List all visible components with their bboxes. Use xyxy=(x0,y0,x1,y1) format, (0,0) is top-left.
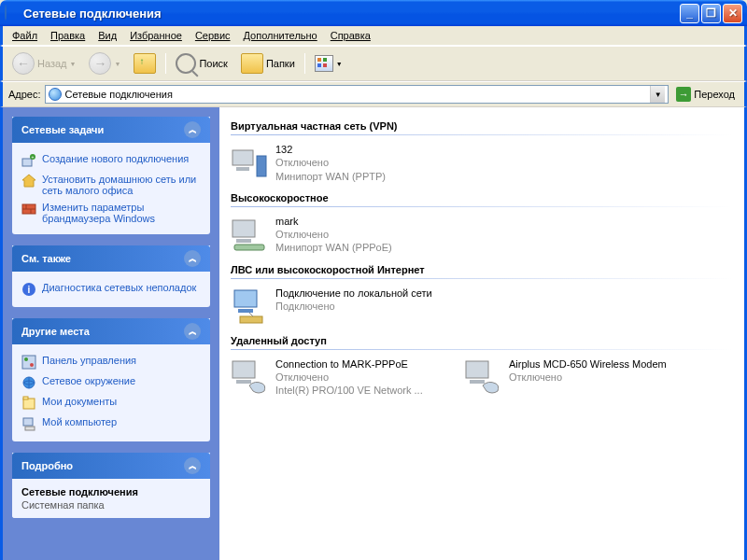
chevron-down-icon: ▼ xyxy=(336,61,343,67)
menu-file[interactable]: Файл xyxy=(7,28,43,43)
new-connection-icon: + xyxy=(21,153,36,168)
views-button[interactable]: ▼ xyxy=(311,53,346,74)
panel-see-also: См. также ︽ i Диагностика сетевых непола… xyxy=(12,245,210,307)
place-my-documents[interactable]: Мои документы xyxy=(21,393,201,413)
details-name: Сетевые подключения xyxy=(21,486,201,497)
svg-rect-21 xyxy=(233,220,255,237)
panel-header-network-tasks[interactable]: Сетевые задачи ︽ xyxy=(12,117,210,143)
address-input[interactable]: Сетевые подключения ▼ xyxy=(45,85,669,104)
folder-icon xyxy=(241,53,263,74)
close-button[interactable]: ✕ xyxy=(723,4,742,23)
task-firewall-settings[interactable]: Изменить параметры брандмаузера Windows xyxy=(21,199,201,227)
connection-text: Connection to MARK-PPPoEОтключеноIntel(R… xyxy=(275,357,423,398)
maximize-button[interactable]: ❐ xyxy=(701,4,721,23)
connection-name: Connection to MARK-PPPoE xyxy=(275,357,423,371)
place-my-computer[interactable]: Мой компьютер xyxy=(21,413,201,434)
menu-help[interactable]: Справка xyxy=(325,28,376,43)
connection-name: Airplus MCD-650 Wireless Modem xyxy=(509,357,667,371)
folders-button[interactable]: Папки xyxy=(237,51,299,76)
chevron-up-icon: ︽ xyxy=(184,121,201,138)
chevron-up-icon: ︽ xyxy=(184,457,201,474)
back-button[interactable]: ← Назад ▼ xyxy=(8,50,79,77)
menu-edit[interactable]: Правка xyxy=(45,28,91,43)
addressbar: Адрес: Сетевые подключения ▼ → Переход xyxy=(0,81,747,107)
window-title: Сетевые подключения xyxy=(23,7,680,21)
separator xyxy=(165,53,166,74)
task-label: Диагностика сетевых неполадок xyxy=(42,282,196,293)
chevron-down-icon: ▼ xyxy=(114,61,120,67)
address-dropdown-button[interactable]: ▼ xyxy=(650,86,665,103)
connection-text: Подключение по локальной сетиПодключено xyxy=(275,287,432,326)
svg-point-12 xyxy=(30,363,34,367)
connection-text: markОтключеноМинипорт WAN (PPPoE) xyxy=(275,215,392,255)
content-area: Сетевые задачи ︽ + Создание нового подкл… xyxy=(0,107,747,560)
network-places-icon xyxy=(21,375,36,390)
connection-device: Минипорт WAN (PPTP) xyxy=(275,170,386,183)
menu-service[interactable]: Сервис xyxy=(190,28,236,43)
go-button[interactable]: → Переход xyxy=(672,86,739,103)
panel-body: Панель управления Сетевое окружение Мои … xyxy=(12,344,210,441)
group-separator xyxy=(231,134,733,135)
folder-up-icon: ↑ xyxy=(134,53,156,74)
main-pane: Виртуальная частная сеть (VPN)132Отключе… xyxy=(219,107,744,560)
connection-name: 132 xyxy=(275,143,386,156)
panel-header-details[interactable]: Подробно ︽ xyxy=(12,453,210,479)
documents-icon xyxy=(21,396,36,411)
menu-favorites[interactable]: Избранное xyxy=(124,28,188,43)
go-label: Переход xyxy=(694,89,735,100)
connection-item[interactable]: Connection to MARK-PPPoEОтключеноIntel(R… xyxy=(231,357,455,398)
control-panel-icon xyxy=(21,355,36,370)
panel-header-see-also[interactable]: См. также ︽ xyxy=(12,245,210,272)
group-separator xyxy=(231,278,733,279)
place-control-panel[interactable]: Панель управления xyxy=(21,352,201,372)
menu-extra[interactable]: Дополнительно xyxy=(238,28,323,43)
task-new-connection[interactable]: + Создание нового подключения xyxy=(21,150,201,171)
search-button[interactable]: Поиск xyxy=(172,51,231,76)
group-separator xyxy=(231,206,733,207)
connection-icon xyxy=(231,287,270,326)
connection-item[interactable]: Подключение по локальной сетиПодключено xyxy=(231,287,455,326)
chevron-up-icon: ︽ xyxy=(184,323,201,340)
chevron-down-icon: ▼ xyxy=(70,61,77,67)
search-label: Поиск xyxy=(199,58,227,69)
forward-arrow-icon: → xyxy=(89,52,111,75)
connection-icon xyxy=(231,215,270,254)
panel-header-other-places[interactable]: Другие места ︽ xyxy=(12,318,210,344)
place-network-places[interactable]: Сетевое окружение xyxy=(21,372,201,393)
svg-rect-22 xyxy=(236,239,251,243)
place-label: Панель управления xyxy=(42,355,136,366)
task-home-network[interactable]: Установить домашнюю сеть или сеть малого… xyxy=(21,171,201,199)
panel-title: См. также xyxy=(21,253,71,264)
minimize-button[interactable]: _ xyxy=(680,4,699,23)
panel-other-places: Другие места ︽ Панель управления Сетевое… xyxy=(12,318,210,441)
task-label: Создание нового подключения xyxy=(42,153,189,164)
connection-icon xyxy=(464,357,503,397)
connection-name: mark xyxy=(275,215,392,228)
connection-item[interactable]: markОтключеноМинипорт WAN (PPPoE) xyxy=(231,215,455,255)
window-icon xyxy=(5,6,20,21)
task-network-diagnostics[interactable]: i Диагностика сетевых неполадок xyxy=(21,279,201,300)
connection-device: Intel(R) PRO/100 VE Network ... xyxy=(275,384,423,397)
items-row: Подключение по локальной сетиПодключено xyxy=(231,287,733,326)
forward-button[interactable]: → ▼ xyxy=(85,50,124,77)
up-button[interactable]: ↑ xyxy=(130,51,160,76)
place-label: Сетевое окружение xyxy=(42,375,135,386)
connection-text: 132ОтключеноМинипорт WAN (PPTP) xyxy=(275,143,386,183)
place-label: Мои документы xyxy=(42,396,117,407)
connection-text: Airplus MCD-650 Wireless ModemОтключено xyxy=(509,357,667,398)
connection-item[interactable]: Airplus MCD-650 Wireless ModemОтключено xyxy=(464,357,688,398)
svg-rect-25 xyxy=(238,309,253,313)
place-label: Мой компьютер xyxy=(42,416,117,427)
connection-name: Подключение по локальной сети xyxy=(275,287,432,300)
firewall-icon xyxy=(21,202,36,217)
menu-view[interactable]: Вид xyxy=(92,28,122,43)
connection-item[interactable]: 132ОтключеноМинипорт WAN (PPTP) xyxy=(231,143,455,183)
details-type: Системная папка xyxy=(21,499,201,511)
address-icon xyxy=(49,88,62,101)
svg-rect-26 xyxy=(240,316,262,323)
panel-body: + Создание нового подключения Установить… xyxy=(12,143,210,234)
connection-status: Отключено xyxy=(275,156,386,169)
connection-icon xyxy=(231,357,270,397)
panel-title: Подробно xyxy=(21,460,73,471)
svg-rect-29 xyxy=(236,380,251,384)
